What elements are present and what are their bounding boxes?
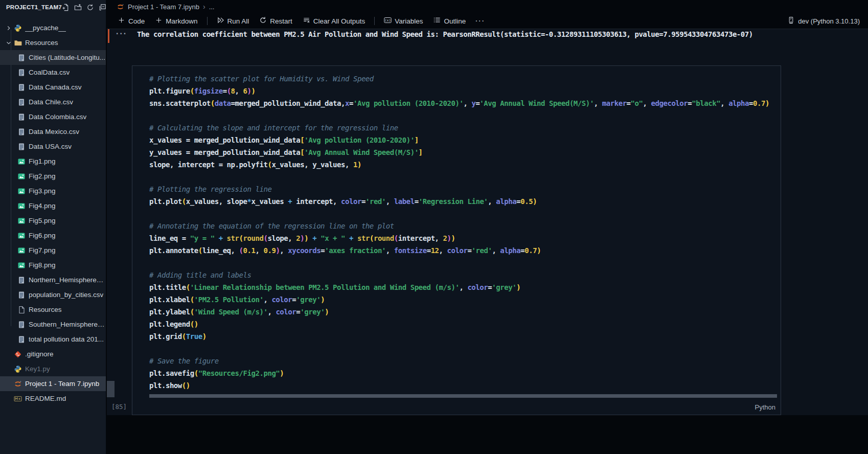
code-line[interactable]: plt.grid(True) <box>149 330 779 343</box>
file-row[interactable]: Key1.py <box>0 361 106 376</box>
file-row[interactable]: __pycache__ <box>0 20 106 35</box>
csv-file-icon <box>17 321 26 329</box>
file-row[interactable]: Data Mexico.csv <box>0 124 106 139</box>
code-line[interactable]: plt.title('Linear Relationship between P… <box>149 281 779 293</box>
chevron-down-icon[interactable] <box>5 39 12 47</box>
file-row[interactable]: Southern_Hemisphere_d... <box>0 317 106 332</box>
file-row[interactable]: Data USA.csv <box>0 139 106 154</box>
code-cell[interactable]: # Plotting the scatter plot for Humidity… <box>132 65 781 415</box>
execution-count: [85] <box>111 403 127 411</box>
explorer-sidebar: PROJECT1_TEAM7 __pycache__ResourcesCitie… <box>0 0 106 454</box>
csv-file-icon <box>17 98 26 106</box>
code-line[interactable]: line_eq = "y = " + str(round(slope, 2)) … <box>149 232 779 244</box>
file-row[interactable]: Fig1.png <box>0 154 106 169</box>
cell-focus-indicator[interactable] <box>108 29 109 43</box>
kernel-picker[interactable]: dev (Python 3.10.13) <box>787 16 860 26</box>
image-file-icon <box>17 202 26 210</box>
breadcrumb-filename[interactable]: Project 1 - Team 7.ipynb <box>128 3 199 11</box>
code-line[interactable]: plt.xlabel('PM2.5 Pollution', color='gre… <box>149 293 779 306</box>
code-line[interactable] <box>149 257 779 269</box>
collapse-all-icon[interactable] <box>99 4 106 11</box>
code-line[interactable]: # Plotting the scatter plot for Humidity… <box>149 73 779 85</box>
file-row[interactable]: Data Chile.csv <box>0 95 106 109</box>
file-label: CoalData.csv <box>29 69 70 76</box>
run-all-button[interactable]: Run All <box>213 15 254 27</box>
explorer-title: PROJECT1_TEAM7 <box>6 4 62 10</box>
file-label: Resources <box>25 39 58 47</box>
toolbar-button-label: Outline <box>444 17 466 25</box>
file-row[interactable]: Fig8.png <box>0 258 106 273</box>
toolbar-separator <box>374 17 375 25</box>
file-label: .gitignore <box>25 350 54 358</box>
file-row[interactable]: CoalData.csv <box>0 65 106 80</box>
file-row[interactable]: Fig3.png <box>0 184 106 198</box>
file-row[interactable]: Fig4.png <box>0 198 106 213</box>
file-row[interactable]: Resources <box>0 302 106 317</box>
code-line[interactable]: plt.ylabel('Wind Speed (m/s)', color='gr… <box>149 306 779 318</box>
chevron-right-icon[interactable] <box>5 25 12 32</box>
vscode-window: PROJECT1_TEAM7 __pycache__ResourcesCitie… <box>0 0 868 454</box>
breadcrumb-more[interactable]: ... <box>209 3 215 11</box>
code-line[interactable]: plt.show() <box>149 379 779 392</box>
file-label: Fig5.png <box>29 217 56 224</box>
code-line[interactable]: # Adding title and labels <box>149 269 779 281</box>
file-row[interactable]: Fig7.png <box>0 243 106 258</box>
refresh-icon[interactable] <box>86 4 94 11</box>
breadcrumb-separator: › <box>203 3 205 11</box>
more-actions-button[interactable]: ··· <box>472 16 488 26</box>
file-row[interactable]: population_by_cities.csv <box>0 287 106 302</box>
file-row[interactable]: Data Colombia.csv <box>0 109 106 124</box>
file-label: Cities (Latitude-Longitu... <box>29 54 105 61</box>
file-row[interactable]: .gitignore <box>0 347 106 361</box>
add-code-button[interactable]: Code <box>113 15 149 27</box>
file-row[interactable]: Project 1 - Team 7.ipynb <box>0 376 106 391</box>
code-line[interactable] <box>149 343 779 355</box>
scrollbar-nub[interactable] <box>107 381 115 397</box>
file-row[interactable]: Fig5.png <box>0 213 106 228</box>
file-label: Data Canada.csv <box>29 83 82 91</box>
cell-horizontal-scrollbar[interactable] <box>149 394 777 398</box>
file-row[interactable]: Data Canada.csv <box>0 80 106 95</box>
code-line[interactable]: # Calculating the slope and intercept fo… <box>149 122 779 134</box>
add-markdown-button[interactable]: Markdown <box>151 15 201 27</box>
code-line[interactable]: # Annotating the equation of the regress… <box>149 220 779 232</box>
python-icon <box>14 365 22 373</box>
code-line[interactable]: plt.savefig("Resources/Fig2.png") <box>149 367 779 379</box>
csv-file-icon <box>17 128 26 136</box>
file-row[interactable]: Northern_Hemisphere_d... <box>0 273 106 287</box>
file-row[interactable]: Cities (Latitude-Longitu... <box>0 50 106 65</box>
toolbar-button-label: Code <box>128 17 145 25</box>
file-row[interactable]: Resources <box>0 35 106 50</box>
code-line[interactable] <box>149 171 779 183</box>
file-row[interactable]: Fig6.png <box>0 228 106 243</box>
image-file-icon <box>17 172 26 180</box>
code-line[interactable] <box>149 109 779 122</box>
code-line[interactable]: x_values = merged_pollution_wind_data['A… <box>149 134 779 146</box>
restart-button[interactable]: Restart <box>255 15 296 27</box>
outline-button[interactable]: Outline <box>429 15 470 27</box>
code-line[interactable]: # Save the figure <box>149 355 779 367</box>
code-line[interactable]: plt.plot(x_values, slope*x_values + inte… <box>149 195 779 208</box>
code-editor[interactable]: # Plotting the scatter plot for Humidity… <box>149 73 779 392</box>
code-line[interactable]: # Plotting the regression line <box>149 183 779 195</box>
cell-language-picker[interactable]: Python <box>755 403 775 411</box>
code-line[interactable]: plt.legend() <box>149 318 779 330</box>
code-line[interactable]: plt.annotate(line_eq, (0.1, 0.9), xycoor… <box>149 244 779 257</box>
new-folder-icon[interactable] <box>74 4 82 11</box>
new-file-icon[interactable] <box>62 4 70 11</box>
file-row[interactable]: total pollution data 201... <box>0 332 106 347</box>
file-row[interactable]: README.md <box>0 391 106 406</box>
variables-button[interactable]: (x)Variables <box>380 15 427 27</box>
code-line[interactable]: plt.figure(figsize=(8, 6)) <box>149 85 779 97</box>
code-line[interactable] <box>149 208 779 220</box>
jupyter-icon <box>117 3 124 11</box>
file-label: Fig7.png <box>29 246 56 254</box>
code-line[interactable]: slope, intercept = np.polyfit(x_values, … <box>149 158 779 171</box>
restart-icon <box>259 16 267 26</box>
clear-all-outputs-button[interactable]: Clear All Outputs <box>299 15 369 27</box>
image-file-icon <box>17 261 26 269</box>
code-line[interactable]: y_values = merged_pollution_wind_data['A… <box>149 146 779 158</box>
file-row[interactable]: Fig2.png <box>0 169 106 184</box>
collapsed-cell-dots-icon[interactable]: ··· <box>115 30 126 38</box>
code-line[interactable]: sns.scatterplot(data=merged_pollution_wi… <box>149 97 779 109</box>
